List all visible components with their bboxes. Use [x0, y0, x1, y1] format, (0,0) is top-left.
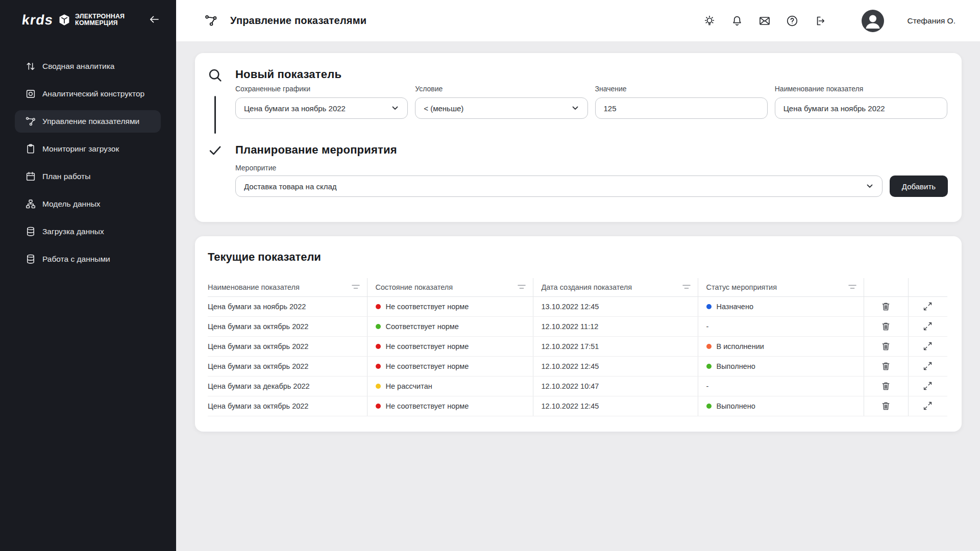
event-select-value: Доставка товара на склад [244, 182, 866, 191]
event-status-cell: - [698, 376, 864, 396]
avatar[interactable] [862, 10, 884, 32]
table-body: Цена бумаги за ноябрь 2022Не соответству… [208, 296, 947, 416]
indicator-state-cell: Не рассчитан [367, 376, 533, 396]
saved-charts-select[interactable]: Цена бумаги за ноябрь 2022 [235, 97, 408, 119]
form-field: Условие < (меньше) [415, 85, 587, 119]
brand-subtitle: ЭЛЕКТРОННАЯ КОММЕРЦИЯ [75, 13, 125, 27]
created-date-cell: 12.10.2022 12:45 [533, 396, 698, 416]
sidebar-item[interactable]: Сводная аналитика [15, 55, 161, 78]
expand-row-button[interactable] [909, 361, 948, 371]
sidebar-item[interactable]: Мониторинг загрузок [15, 138, 161, 160]
indicator-name-cell: Цена бумаги за октябрь 2022 [208, 336, 367, 356]
created-date-cell: 12.10.2022 11:12 [533, 316, 698, 336]
table-header-row: Наименование показателя Состояние показа… [208, 278, 947, 296]
indicator-state-cell: Не соответствует норме [367, 356, 533, 376]
logo: krds ЭЛЕКТРОННАЯ КОММЕРЦИЯ [22, 12, 125, 28]
status-dot [706, 344, 712, 349]
column-header: Наименование показателя [208, 278, 367, 296]
filter-icon[interactable] [352, 284, 360, 290]
delete-row-button[interactable] [864, 321, 908, 332]
help-icon[interactable] [786, 15, 798, 27]
sidebar-item[interactable]: Загрузка данных [15, 220, 161, 243]
brand-wordmark: krds [21, 13, 54, 27]
created-date-cell: 12.10.2022 10:47 [533, 376, 698, 396]
field-label: Значение [595, 85, 768, 93]
indicator-state-cell: Соответствует норме [367, 316, 533, 336]
status-dot [376, 404, 381, 409]
created-date-cell: 13.10.2022 12:45 [533, 296, 698, 316]
database-icon [25, 226, 36, 237]
expand-row-button[interactable] [909, 341, 948, 352]
status-dot [376, 384, 381, 389]
sidebar-collapse-button[interactable] [148, 13, 161, 27]
mail-icon[interactable] [758, 15, 771, 27]
filter-icon[interactable] [848, 284, 856, 290]
hierarchy-icon [25, 198, 36, 210]
sidebar-item-label: Работа с данными [42, 255, 110, 264]
sidebar-item[interactable]: Управление показателями [15, 110, 161, 133]
table-row: Цена бумаги за октябрь 2022Не соответств… [208, 356, 947, 376]
sidebar: krds ЭЛЕКТРОННАЯ КОММЕРЦИЯ Сводная анали… [0, 0, 176, 551]
status-dot [706, 304, 712, 309]
event-status-cell: Назначено [698, 296, 864, 316]
delete-row-button[interactable] [864, 341, 908, 352]
sidebar-item[interactable]: Аналитический конструктор [15, 83, 161, 105]
field-label: Наименование показателя [775, 85, 947, 93]
condition-select[interactable]: < (меньше) [415, 97, 587, 119]
indicator-state-cell: Не соответствует норме [367, 336, 533, 356]
delete-row-button[interactable] [864, 400, 908, 411]
status-dot [706, 364, 712, 369]
status-dot [376, 324, 381, 329]
actions-column-header [864, 278, 908, 296]
table-row: Цена бумаги за октябрь 2022Соответствует… [208, 316, 947, 336]
saved-charts-select-value: Цена бумаги за ноябрь 2022 [244, 104, 391, 113]
value-input-wrap [595, 97, 768, 119]
new-indicator-card: Новый показатель Сохраненные графики Цен… [195, 53, 962, 222]
indicator-state-cell: Не соответствует норме [367, 396, 533, 416]
status-dot [376, 364, 381, 369]
value-input[interactable] [604, 104, 759, 113]
expand-row-button[interactable] [909, 381, 948, 391]
expand-row-button[interactable] [909, 301, 948, 312]
idea-icon[interactable] [703, 15, 716, 27]
sidebar-item[interactable]: План работы [15, 165, 161, 188]
event-status-cell: В исполнении [698, 336, 864, 356]
topbar: Управление показателями Стефания О. [176, 0, 980, 41]
nodes-icon [204, 14, 218, 28]
indicator-name-input[interactable] [783, 104, 939, 113]
indicator-name-input-wrap [775, 97, 947, 119]
expand-row-button[interactable] [909, 321, 948, 332]
field-label: Условие [415, 85, 587, 93]
filter-icon[interactable] [518, 284, 526, 290]
event-select[interactable]: Доставка товара на склад [235, 176, 883, 197]
new-indicator-form: Сохраненные графики Цена бумаги за ноябр… [235, 85, 947, 119]
logout-icon[interactable] [814, 15, 826, 27]
arrows-up-down-icon [25, 61, 36, 72]
topbar-actions: Стефания О. [703, 10, 955, 32]
new-indicator-title: Новый показатель [235, 68, 341, 81]
condition-select-value: < (меньше) [424, 104, 571, 113]
event-label: Меропритие [235, 164, 276, 172]
add-button[interactable]: Добавить [890, 176, 948, 197]
chevron-down-icon [866, 182, 874, 190]
delete-row-button[interactable] [864, 381, 908, 391]
delete-row-button[interactable] [864, 301, 908, 312]
expand-row-button[interactable] [909, 400, 948, 411]
indicator-name-cell: Цена бумаги за октябрь 2022 [208, 316, 367, 336]
delete-row-button[interactable] [864, 361, 908, 371]
frame-circle-icon [25, 88, 36, 99]
column-header: Дата создания показателя [533, 278, 698, 296]
chevron-down-icon [571, 104, 579, 112]
bell-icon[interactable] [731, 15, 743, 27]
user-name[interactable]: Стефания О. [908, 16, 955, 26]
clipboard-icon [25, 143, 36, 155]
indicators-table: Наименование показателя Состояние показа… [208, 278, 947, 416]
sidebar-item[interactable]: Работа с данными [15, 248, 161, 270]
sidebar-item[interactable]: Модель данных [15, 193, 161, 215]
table-row: Цена бумаги за октябрь 2022Не соответств… [208, 396, 947, 416]
sidebar-menu: Сводная аналитикаАналитический конструкт… [0, 55, 176, 276]
form-field: Наименование показателя [775, 85, 947, 119]
form-field: Значение [595, 85, 768, 119]
filter-icon[interactable] [682, 284, 691, 290]
sidebar-item-label: Загрузка данных [42, 227, 104, 236]
